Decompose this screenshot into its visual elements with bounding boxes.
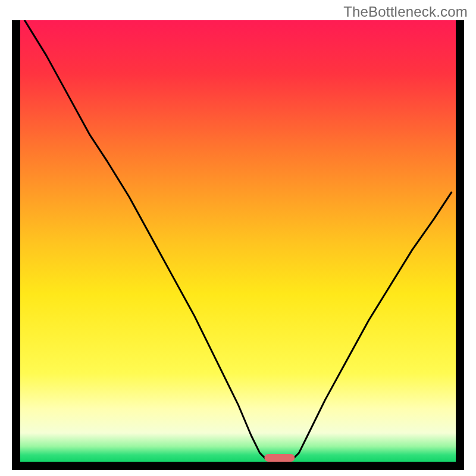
plot-curve (20, 20, 456, 462)
plot-frame (12, 20, 464, 470)
watermark-text: TheBottleneck.com (343, 4, 468, 20)
plot-area (20, 20, 456, 462)
chart-root: TheBottleneck.com (0, 0, 476, 476)
optimum-marker (264, 454, 295, 462)
